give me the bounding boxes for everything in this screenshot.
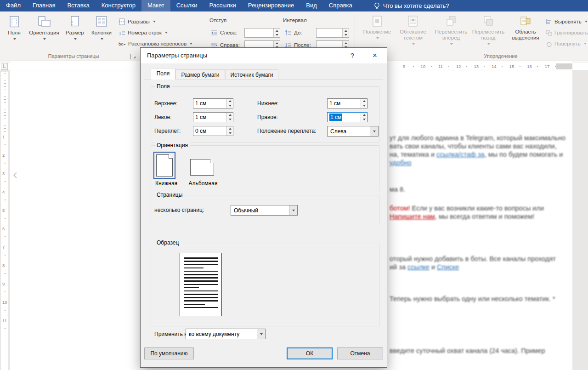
group-icon bbox=[546, 29, 552, 35]
menu-tab-0[interactable]: Файл bbox=[0, 0, 27, 11]
apply-to-dropdown-icon[interactable] bbox=[257, 329, 265, 339]
gutter-position-combobox[interactable]: Слева bbox=[327, 126, 379, 137]
orientation-button[interactable]: Ориентация bbox=[27, 14, 62, 53]
margin-bottom-input[interactable] bbox=[327, 98, 368, 108]
tell-me-box[interactable]: Что вы хотите сделать? bbox=[374, 0, 449, 11]
margin-right-spinner[interactable] bbox=[361, 113, 367, 122]
bring-forward-label: Переместить вперед bbox=[435, 29, 467, 40]
apply-to-value: ко всему документу bbox=[186, 331, 257, 337]
send-backward-button: Переместить назад bbox=[471, 14, 505, 53]
breaks-button[interactable]: Разрывы bbox=[119, 17, 156, 26]
spacing-before-label-row: До: bbox=[285, 28, 302, 37]
ruler-number: 12 bbox=[456, 64, 461, 69]
ruler-tick bbox=[5, 291, 6, 292]
cancel-button[interactable]: Отмена bbox=[337, 347, 383, 359]
menu-tab-4[interactable]: Макет bbox=[141, 0, 170, 11]
line-numbers-icon: 1 bbox=[119, 29, 125, 36]
menu-tab-1[interactable]: Главная bbox=[27, 0, 61, 11]
size-button[interactable]: Размер bbox=[62, 14, 87, 53]
ribbon-tab-bar: ФайлГлавнаяВставкаКонструкторМакетСсылки… bbox=[0, 0, 588, 11]
svg-text:bc: bc bbox=[119, 41, 123, 46]
selection-pane-button[interactable]: Область выделения bbox=[508, 14, 543, 53]
orientation-landscape-option[interactable] bbox=[187, 156, 217, 178]
gutter-input[interactable] bbox=[193, 126, 233, 136]
margin-top-spinner[interactable] bbox=[226, 99, 233, 108]
gutter-position-label: Положение переплета: bbox=[257, 128, 316, 134]
hyphenation-button[interactable]: bc Расстановка переносов bbox=[119, 39, 192, 48]
preview-page-thumbnail bbox=[180, 253, 222, 316]
document-text-line: на, тематика и ссылка/стаф за, мы по буд… bbox=[390, 151, 563, 158]
margin-right-input[interactable]: 1 см bbox=[327, 112, 368, 122]
tab-stop-selector[interactable]: L bbox=[1, 63, 8, 70]
menu-tab-8[interactable]: Вид bbox=[300, 0, 323, 11]
dialog-close-button[interactable]: × bbox=[363, 48, 387, 63]
ruler-number: 17 bbox=[545, 64, 550, 69]
line-numbers-button[interactable]: 1 Номера строк bbox=[119, 28, 168, 37]
document-text-line: ма 8. bbox=[390, 186, 405, 193]
ruler-tick bbox=[5, 144, 6, 145]
menubar-tabs: ФайлГлавнаяВставкаКонструкторМакетСсылки… bbox=[0, 0, 358, 11]
document-text-line: Напишите нам, мы всегда ответим и поможе… bbox=[390, 213, 534, 220]
previous-page-chevron-icon[interactable]: ‹ bbox=[13, 166, 17, 182]
tab-paper-size[interactable]: Размер бумаги bbox=[175, 69, 225, 80]
rotate-label: Повернуть bbox=[554, 41, 581, 46]
gutter-position-dropdown-icon[interactable] bbox=[370, 126, 378, 136]
ruler-number: 7 bbox=[2, 245, 5, 250]
apply-to-combobox[interactable]: ко всему документу bbox=[186, 329, 266, 339]
document-text-line: Теперь нужно выбрать одну или несколько … bbox=[390, 295, 555, 302]
tab-paper-source[interactable]: Источник бумаги bbox=[225, 69, 278, 80]
ruler-tick bbox=[5, 328, 6, 329]
indent-left-spinner[interactable] bbox=[273, 28, 280, 37]
document-text-line: ботом! Если у вас возникли какие-то вопр… bbox=[390, 205, 544, 212]
page-setup-dialog-launcher-icon[interactable] bbox=[130, 54, 136, 59]
menu-tab-6[interactable]: Рассылки bbox=[203, 0, 242, 11]
indent-title: Отступ bbox=[209, 17, 226, 23]
multiple-pages-combobox[interactable]: Обычный bbox=[231, 205, 298, 216]
margin-top-input[interactable] bbox=[193, 98, 233, 108]
ruler-number: 2 bbox=[2, 153, 5, 158]
page-break-icon bbox=[119, 18, 125, 25]
ruler-tick bbox=[5, 273, 6, 274]
menu-tab-2[interactable]: Вставка bbox=[61, 0, 95, 11]
set-default-button[interactable]: По умолчанию bbox=[144, 347, 194, 359]
document-text-line: ий за ссылке и Списке bbox=[390, 263, 459, 271]
margin-bottom-spinner[interactable] bbox=[361, 99, 367, 108]
multiple-pages-dropdown-icon[interactable] bbox=[289, 205, 297, 215]
gutter-spinner[interactable] bbox=[226, 126, 233, 136]
page-setup-group-label: Параметры страницы bbox=[28, 53, 119, 59]
dialog-help-button[interactable]: ? bbox=[342, 48, 363, 63]
orientation-portrait-option[interactable] bbox=[153, 152, 175, 179]
lightbulb-icon bbox=[374, 2, 380, 10]
tab-margins[interactable]: Поля bbox=[151, 68, 175, 80]
gutter-label: Переплет: bbox=[154, 128, 181, 134]
preview-text-line bbox=[184, 271, 218, 272]
group-button: Группировать bbox=[546, 28, 588, 37]
ruler-tick bbox=[5, 255, 6, 256]
tell-me-label: Что вы хотите сделать? bbox=[383, 2, 449, 9]
indent-left-input[interactable] bbox=[244, 28, 280, 38]
columns-button[interactable]: Колонки bbox=[88, 14, 115, 53]
spacing-before-input[interactable] bbox=[316, 28, 349, 38]
margins-button[interactable]: Поля bbox=[3, 14, 26, 53]
margin-left-spinner[interactable] bbox=[226, 113, 233, 122]
margin-left-input[interactable] bbox=[193, 112, 233, 122]
preview-text-line bbox=[184, 304, 205, 305]
landscape-label: Альбомная bbox=[186, 180, 220, 187]
ruler-tick bbox=[5, 218, 6, 219]
spacing-before-spinner[interactable] bbox=[342, 28, 349, 37]
hyphenation-icon: bc bbox=[119, 40, 126, 47]
size-label: Размер bbox=[66, 30, 84, 35]
indent-left-label: Слева: bbox=[220, 30, 237, 35]
margin-right-selected-value: 1 см bbox=[329, 114, 342, 121]
ruler-tick bbox=[5, 199, 6, 200]
align-button[interactable]: Выровнять bbox=[546, 17, 588, 26]
menu-tab-9[interactable]: Справка bbox=[323, 0, 358, 11]
menu-tab-5[interactable]: Ссылки bbox=[170, 0, 204, 11]
ruler-number: 8 bbox=[2, 263, 5, 268]
vertical-ruler[interactable]: 1234567891011 bbox=[1, 72, 8, 370]
menu-tab-7[interactable]: Рецензирование bbox=[242, 0, 300, 11]
ruler-number: 16 bbox=[527, 64, 532, 69]
menu-tab-3[interactable]: Конструктор bbox=[96, 0, 141, 11]
apply-to-label: Применить к: bbox=[154, 331, 188, 337]
ok-button[interactable]: ОК bbox=[287, 347, 333, 359]
